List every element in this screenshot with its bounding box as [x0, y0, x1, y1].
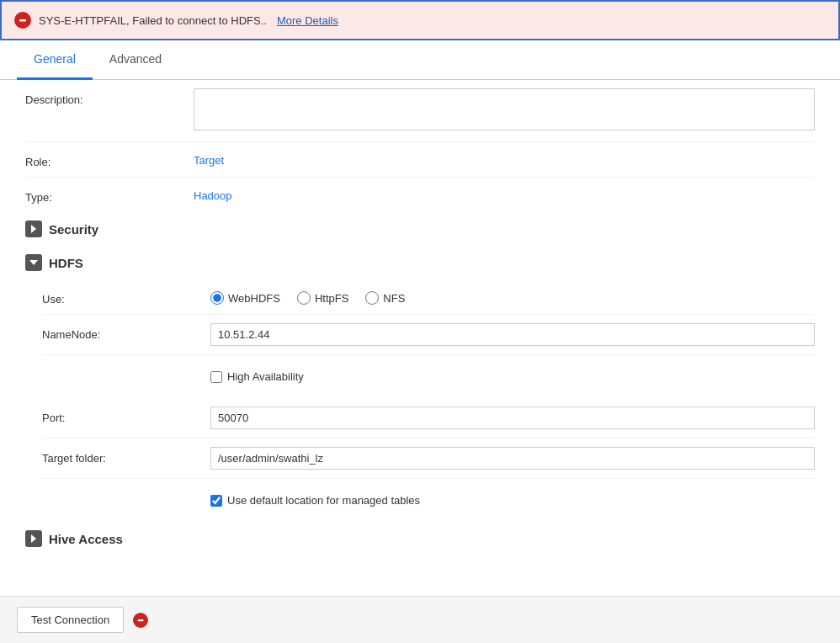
security-toggle-icon: [25, 221, 42, 237]
role-label: Role:: [25, 151, 194, 168]
default-location-label: Use default location for managed tables: [227, 494, 420, 507]
type-label: Type:: [25, 186, 194, 204]
type-value: Hadoop: [194, 186, 815, 202]
description-label: Description:: [25, 88, 194, 106]
more-details-link[interactable]: More Details: [277, 14, 338, 27]
description-section: Description: Role: Target Type: Hadoop: [0, 80, 840, 212]
error-banner: SYS-E-HTTPFAIL, Failed to connect to HDF…: [0, 0, 840, 40]
tabs-bar: General Advanced: [0, 40, 840, 80]
target-folder-label: Target folder:: [42, 447, 210, 465]
svg-marker-3: [29, 260, 38, 265]
default-location-spacer: [42, 487, 210, 492]
high-availability-checkbox[interactable]: [210, 371, 222, 383]
tab-advanced[interactable]: Advanced: [93, 40, 178, 80]
tab-general[interactable]: General: [17, 40, 93, 80]
main-content: Description: Role: Target Type: Hadoop S…: [0, 80, 840, 606]
hdfs-section-title: HDFS: [49, 256, 83, 270]
hdfs-toggle-icon: [25, 254, 42, 271]
namenode-value: [210, 323, 815, 346]
high-availability-row: High Availability: [42, 355, 815, 398]
hive-access-section-title: Hive Access: [49, 532, 123, 546]
security-section-title: Security: [49, 222, 98, 236]
chevron-down-icon: [29, 258, 39, 268]
high-availability-checkbox-item[interactable]: High Availability: [210, 364, 304, 390]
role-value: Target: [194, 151, 815, 167]
port-value: [210, 407, 815, 429]
radio-webhdfs-label: WebHDFS: [228, 292, 280, 305]
test-connection-button[interactable]: Test Connection: [17, 607, 124, 633]
radio-httpfs-input[interactable]: [297, 291, 311, 305]
use-row: Use: WebHDFS HttpFS NFS: [42, 279, 815, 315]
default-location-checkbox[interactable]: [210, 495, 222, 507]
target-folder-input[interactable]: [210, 447, 815, 470]
use-label: Use:: [42, 288, 210, 306]
footer: Test Connection: [0, 596, 840, 643]
default-location-row: Use default location for managed tables: [42, 479, 815, 522]
hdfs-section-header[interactable]: HDFS: [0, 246, 840, 279]
use-radio-group: WebHDFS HttpFS NFS: [210, 288, 815, 305]
port-row: Port:: [42, 398, 815, 438]
radio-nfs-input[interactable]: [365, 291, 379, 305]
high-availability-label: High Availability: [227, 370, 304, 383]
hive-access-toggle-icon: [25, 530, 42, 547]
radio-nfs[interactable]: NFS: [365, 291, 405, 305]
svg-rect-1: [19, 19, 26, 22]
type-row: Type: Hadoop: [25, 178, 815, 212]
error-message: SYS-E-HTTPFAIL, Failed to connect to HDF…: [39, 14, 267, 27]
radio-httpfs[interactable]: HttpFS: [297, 291, 348, 305]
footer-error-icon: [132, 612, 149, 629]
radio-webhdfs-input[interactable]: [210, 291, 224, 305]
target-folder-value: [210, 447, 815, 470]
hdfs-content: Use: WebHDFS HttpFS NFS: [0, 279, 840, 522]
description-input[interactable]: [194, 88, 815, 130]
radio-httpfs-label: HttpFS: [315, 292, 348, 305]
namenode-label: NameNode:: [42, 323, 210, 341]
port-input[interactable]: [210, 407, 815, 429]
hive-access-section-header[interactable]: Hive Access: [0, 522, 840, 555]
hive-chevron-right-icon: [29, 534, 39, 544]
svg-marker-4: [31, 534, 36, 543]
description-value: [194, 88, 815, 133]
error-circle-icon: [13, 11, 32, 29]
security-section-header[interactable]: Security: [0, 212, 840, 246]
description-row: Description:: [25, 80, 815, 142]
target-folder-row: Target folder:: [42, 438, 815, 479]
port-label: Port:: [42, 407, 210, 424]
role-row: Role: Target: [25, 142, 815, 178]
chevron-right-icon: [29, 224, 39, 234]
namenode-row: NameNode:: [42, 315, 815, 355]
svg-rect-6: [138, 619, 144, 621]
radio-nfs-label: NFS: [383, 292, 405, 305]
default-location-checkbox-item[interactable]: Use default location for managed tables: [210, 487, 420, 513]
radio-webhdfs[interactable]: WebHDFS: [210, 291, 280, 305]
svg-marker-2: [31, 225, 36, 233]
namenode-input[interactable]: [210, 323, 815, 346]
